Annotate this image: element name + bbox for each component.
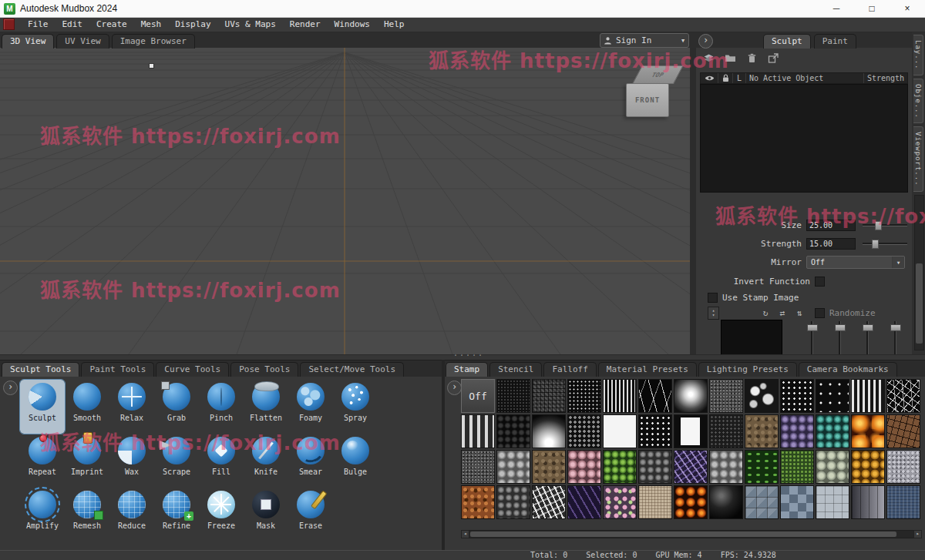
tool-sculpt[interactable]: Sculpt <box>20 380 65 434</box>
view-cube-front-face[interactable]: FRONT <box>626 83 669 117</box>
stamp-slider-2-handle[interactable] <box>835 324 846 331</box>
stamp-thumb-15[interactable] <box>532 414 566 448</box>
side-tab-obje[interactable]: Obje... <box>913 79 923 124</box>
side-tab-viewport[interactable]: Viewport... <box>913 126 923 192</box>
stamp-thumb-51[interactable] <box>886 485 920 519</box>
stamp-thumb-13[interactable] <box>461 414 495 448</box>
stamp-thumb-30[interactable] <box>603 450 637 484</box>
stamp-slider-4-handle[interactable] <box>890 324 901 331</box>
stamp-thumb-19[interactable] <box>674 414 708 448</box>
stamp-thumb-47[interactable] <box>745 485 779 519</box>
menu-create[interactable]: Create <box>89 17 134 32</box>
stamp-thumb-36[interactable] <box>816 450 849 484</box>
tool-tab-curve-tools[interactable]: Curve Tools <box>156 362 229 377</box>
randomize-checkbox[interactable] <box>815 308 825 318</box>
stamp-spinner[interactable]: ▴ ▾ <box>708 307 719 320</box>
view-cube[interactable]: TOP FRONT <box>621 63 675 122</box>
stamp-thumb-21[interactable] <box>745 414 779 448</box>
stamp-thumb-49[interactable] <box>816 485 849 519</box>
stamp-thumb-14[interactable] <box>496 414 530 448</box>
stamp-rotate-button[interactable]: ↻ <box>759 307 772 319</box>
visibility-column[interactable] <box>701 73 718 83</box>
stamp-thumb-25[interactable] <box>886 414 920 448</box>
export-layer-button[interactable] <box>765 51 781 65</box>
tool-smooth[interactable]: Smooth <box>65 380 109 434</box>
layer-list[interactable] <box>700 84 908 193</box>
tool-repeat[interactable]: Repeat <box>20 434 65 488</box>
scroll-right-arrow[interactable]: ▸ <box>913 530 922 538</box>
tool-wax[interactable]: Wax <box>109 434 154 488</box>
stamp-flip-horizontal-button[interactable]: ⇄ <box>776 307 789 319</box>
stamp-thumb-20[interactable] <box>709 414 743 448</box>
preset-tab-camera-bookmarks[interactable]: Camera Bookmarks <box>799 362 897 377</box>
stamp-thumb-12[interactable] <box>886 379 920 413</box>
app-menu-icon[interactable] <box>3 18 15 30</box>
right-tab-paint[interactable]: Paint <box>814 34 856 49</box>
scroll-left-arrow[interactable]: ◂ <box>461 530 469 538</box>
right-scrollbar-thumb[interactable] <box>916 263 923 344</box>
minimize-button[interactable]: ─ <box>819 0 854 17</box>
scene-object-handle[interactable] <box>149 63 154 69</box>
tool-foamy[interactable]: Foamy <box>288 380 333 434</box>
view-tab-uv-view[interactable]: UV View <box>56 34 109 49</box>
strength-input[interactable]: 15.00 <box>806 238 856 250</box>
preset-tab-stamp[interactable]: Stamp <box>446 362 488 377</box>
stamp-thumb-2[interactable] <box>532 379 566 413</box>
stamp-thumb-4[interactable] <box>603 379 637 413</box>
tool-panel-collapse-button[interactable]: › <box>3 381 18 395</box>
tool-tab-paint-tools[interactable]: Paint Tools <box>81 362 154 377</box>
stamp-thumb-7[interactable] <box>709 379 743 413</box>
stamp-slider-3[interactable] <box>862 320 873 354</box>
stamp-thumb-41[interactable] <box>532 485 566 519</box>
tool-mask[interactable]: Mask <box>244 488 288 542</box>
stamp-thumb-27[interactable] <box>496 450 530 484</box>
stamp-scrollbar[interactable]: ◂ ▸ <box>461 530 922 538</box>
view-tab-3d-view[interactable]: 3D View <box>2 34 54 49</box>
stamp-thumb-18[interactable] <box>638 414 672 448</box>
tool-smear[interactable]: Smear <box>288 434 333 488</box>
stamp-slider-2[interactable] <box>834 320 845 354</box>
new-group-button[interactable] <box>722 51 738 65</box>
stamp-thumb-50[interactable] <box>851 485 885 519</box>
stamp-thumb-5[interactable] <box>638 379 672 413</box>
stamp-thumb-46[interactable] <box>709 485 743 519</box>
menu-help[interactable]: Help <box>377 17 412 32</box>
strength-slider[interactable] <box>863 239 907 248</box>
stamp-slider-4[interactable] <box>890 320 900 354</box>
use-stamp-image-checkbox[interactable] <box>708 293 718 303</box>
tool-tab-select-move-tools[interactable]: Select/Move Tools <box>300 362 404 377</box>
size-input[interactable]: 25.00 <box>806 220 856 231</box>
menu-display[interactable]: Display <box>168 17 217 32</box>
stamp-thumb-11[interactable] <box>851 379 885 413</box>
tool-bulge[interactable]: Bulge <box>333 434 378 488</box>
invert-function-checkbox[interactable] <box>815 277 825 287</box>
size-slider[interactable] <box>863 220 907 230</box>
stamp-thumb-43[interactable] <box>603 485 637 519</box>
stamp-thumb-6[interactable] <box>674 379 708 413</box>
right-panel-collapse-button[interactable]: › <box>698 34 713 49</box>
stamp-thumb-34[interactable] <box>745 450 779 484</box>
preset-tab-stencil[interactable]: Stencil <box>489 362 542 377</box>
preset-tab-lighting-presets[interactable]: Lighting Presets <box>698 362 797 377</box>
stamp-slider-3-handle[interactable] <box>863 324 873 331</box>
stamp-thumb-1[interactable] <box>496 379 530 413</box>
lock-column[interactable] <box>718 73 733 83</box>
tool-freeze[interactable]: Freeze <box>199 488 244 542</box>
stamp-thumb-31[interactable] <box>638 450 672 484</box>
mirror-dropdown[interactable]: Off ▼ <box>806 256 905 269</box>
stamp-thumb-10[interactable] <box>816 379 849 413</box>
preset-tab-material-presets[interactable]: Material Presets <box>598 362 697 377</box>
stamp-thumb-39[interactable] <box>461 485 495 519</box>
stamp-thumb-44[interactable] <box>638 485 672 519</box>
tool-erase[interactable]: Erase <box>288 488 333 542</box>
stamp-thumb-38[interactable] <box>886 450 920 484</box>
stamp-thumb-40[interactable] <box>496 485 530 519</box>
stamp-thumb-8[interactable] <box>745 379 779 413</box>
stamp-thumb-9[interactable] <box>780 379 814 413</box>
menu-uvs-maps[interactable]: UVs & Maps <box>218 17 283 32</box>
menu-edit[interactable]: Edit <box>56 17 90 32</box>
size-slider-handle[interactable] <box>875 221 882 230</box>
tool-imprint[interactable]: Imprint <box>65 434 109 488</box>
sign-in-dropdown[interactable]: Sign In ▼ <box>600 33 689 48</box>
menu-file[interactable]: File <box>21 17 56 32</box>
